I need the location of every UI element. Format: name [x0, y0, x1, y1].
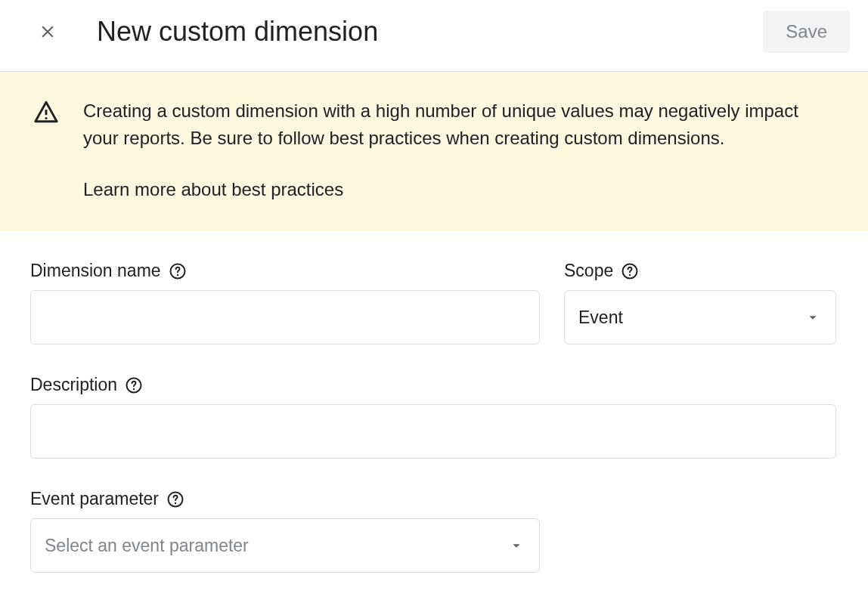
save-button[interactable]: Save	[763, 11, 850, 53]
best-practices-link[interactable]: Learn more about best practices	[83, 179, 343, 199]
label-row: Scope	[564, 261, 836, 281]
dimension-name-label: Dimension name	[30, 261, 161, 281]
scope-group: Scope Event	[564, 261, 836, 345]
help-icon[interactable]	[169, 262, 187, 280]
form-row-2: Description	[30, 375, 838, 459]
help-icon[interactable]	[621, 262, 639, 280]
svg-point-1	[45, 117, 47, 119]
svg-point-9	[175, 502, 176, 503]
dimension-name-group: Dimension name	[30, 261, 540, 345]
banner-content: Creating a custom dimension with a high …	[83, 97, 838, 200]
form-area: Dimension name Scope Event	[0, 230, 868, 603]
dialog-header: New custom dimension Save	[0, 0, 868, 72]
form-row-1: Dimension name Scope Event	[30, 261, 838, 345]
svg-point-3	[176, 274, 178, 275]
form-row-3: Event parameter Select an event paramete…	[30, 489, 838, 573]
svg-point-5	[629, 274, 631, 275]
scope-select[interactable]: Event	[564, 290, 836, 345]
event-parameter-group: Event parameter Select an event paramete…	[30, 489, 540, 573]
banner-text: Creating a custom dimension with a high …	[83, 97, 809, 152]
warning-icon	[33, 99, 59, 128]
help-icon[interactable]	[125, 376, 143, 394]
scope-select-wrap: Event	[564, 290, 836, 345]
scope-label: Scope	[564, 261, 613, 281]
event-parameter-label: Event parameter	[30, 489, 159, 509]
dimension-name-input[interactable]	[30, 290, 540, 345]
warning-banner: Creating a custom dimension with a high …	[0, 72, 868, 230]
label-row: Dimension name	[30, 261, 540, 281]
svg-point-7	[133, 388, 135, 389]
label-row: Description	[30, 375, 836, 395]
event-parameter-select-wrap: Select an event parameter	[30, 518, 540, 573]
event-parameter-select[interactable]: Select an event parameter	[30, 518, 540, 573]
description-input[interactable]	[30, 404, 836, 459]
close-icon[interactable]	[38, 22, 57, 42]
description-group: Description	[30, 375, 836, 459]
help-icon[interactable]	[166, 490, 184, 508]
description-label: Description	[30, 375, 117, 395]
dialog-title: New custom dimension	[97, 16, 763, 48]
label-row: Event parameter	[30, 489, 540, 509]
